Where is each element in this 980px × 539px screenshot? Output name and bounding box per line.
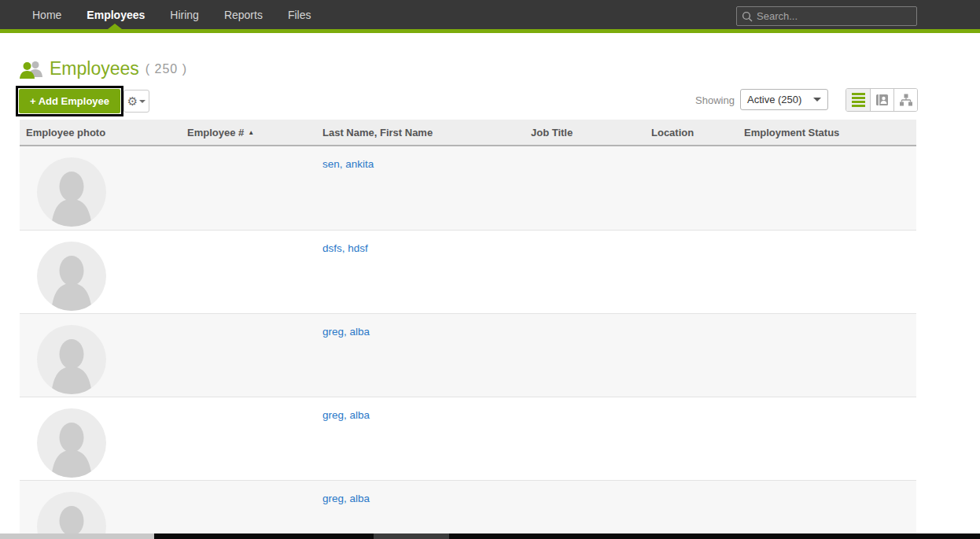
nav-item-hiring[interactable]: Hiring (157, 9, 212, 21)
employment-status-cell (738, 397, 916, 480)
page-title: Employees (50, 58, 139, 79)
job-title-cell (525, 397, 645, 480)
location-cell (645, 397, 738, 480)
employee-table-body: sen, ankita dsfs, hds (20, 146, 916, 539)
job-title-cell (525, 146, 645, 230)
filter-selected-value: Active (250) (747, 94, 813, 105)
sort-ascending-icon: ▲ (248, 129, 254, 136)
location-cell (645, 146, 738, 230)
table-row: greg, alba (20, 397, 916, 480)
column-header-employee-number[interactable]: Employee #▲ (181, 127, 316, 138)
employee-number-cell (181, 146, 316, 230)
location-cell (645, 314, 738, 397)
page-header: Employees ( 250 ) (20, 58, 187, 79)
job-title-cell (525, 314, 645, 397)
employee-number-cell (181, 481, 316, 539)
view-mode-toggle (846, 88, 918, 112)
employee-name-cell: dsfs, hdsf (316, 231, 525, 313)
employee-number-cell (181, 397, 316, 480)
employment-status-cell (738, 481, 916, 539)
table-row: greg, alba (20, 480, 916, 539)
column-header-job-title[interactable]: Job Title (525, 127, 645, 138)
employee-name-link[interactable]: dsfs, hdsf (322, 242, 368, 254)
nav-accent-bar (0, 29, 980, 33)
add-employee-highlight-outline: + Add Employee (16, 86, 123, 116)
search-icon (742, 11, 753, 22)
toolbar: + Add Employee ⚙ Showing Active (250) (0, 85, 980, 116)
employee-name-link[interactable]: greg, alba (322, 493, 370, 504)
settings-menu-button[interactable]: ⚙ (123, 90, 149, 113)
nav-item-home[interactable]: Home (20, 9, 74, 21)
search-box[interactable] (736, 6, 917, 26)
employee-photo-cell (20, 397, 181, 480)
horizontal-scrollbar-thumb[interactable] (374, 533, 449, 539)
employee-photo-cell (20, 146, 181, 230)
employee-photo-cell (20, 231, 181, 313)
nav-item-files[interactable]: Files (275, 9, 324, 21)
list-view-button[interactable] (846, 89, 870, 111)
employee-photo-cell (20, 481, 181, 539)
employment-status-cell (738, 231, 916, 313)
nav-item-reports[interactable]: Reports (212, 9, 275, 21)
employee-number-cell (181, 314, 316, 397)
column-header-name[interactable]: Last Name, First Name (316, 127, 525, 138)
job-title-cell (525, 231, 645, 313)
gear-icon: ⚙ (127, 95, 138, 107)
list-view-icon (852, 93, 865, 107)
location-cell (645, 231, 738, 313)
table-row: sen, ankita (20, 146, 916, 230)
person-silhouette-icon (37, 408, 106, 478)
org-chart-view-icon (899, 94, 913, 106)
employee-count: ( 250 ) (146, 62, 187, 76)
person-silhouette-icon (37, 242, 106, 311)
horizontal-scrollbar-track-light[interactable] (0, 533, 154, 539)
column-header-employment-status[interactable]: Employment Status (738, 127, 916, 138)
active-tab-caret-icon (108, 24, 122, 29)
employment-status-cell (738, 314, 916, 397)
employee-name-link[interactable]: greg, alba (322, 326, 370, 338)
employee-name-cell: greg, alba (316, 397, 525, 480)
horizontal-scrollbar-track[interactable] (154, 533, 980, 539)
avatar[interactable] (37, 408, 106, 478)
directory-view-button[interactable] (870, 89, 893, 111)
top-nav: Home Employees Hiring Reports Files (0, 0, 980, 33)
employee-photo-cell (20, 314, 181, 397)
table-row: dsfs, hdsf (20, 230, 916, 313)
people-icon (20, 60, 43, 79)
org-chart-view-button[interactable] (893, 89, 917, 111)
person-silhouette-icon (37, 157, 106, 227)
chevron-down-icon (139, 100, 146, 103)
column-header-location[interactable]: Location (645, 127, 738, 138)
employee-number-cell (181, 231, 316, 313)
directory-view-icon (875, 94, 889, 106)
chevron-down-icon (813, 98, 821, 102)
avatar[interactable] (37, 157, 106, 227)
person-silhouette-icon (37, 325, 106, 394)
avatar[interactable] (37, 242, 106, 311)
employee-name-link[interactable]: sen, ankita (322, 158, 374, 170)
person-silhouette-icon (37, 492, 106, 539)
column-header-employee-photo[interactable]: Employee photo (20, 127, 181, 138)
table-row: greg, alba (20, 313, 916, 397)
nav-item-employees[interactable]: Employees (74, 9, 157, 21)
employee-name-cell: greg, alba (316, 314, 525, 397)
employees-page: Home Employees Hiring Reports Files Empl… (0, 0, 980, 539)
add-employee-button[interactable]: + Add Employee (19, 89, 120, 113)
avatar[interactable] (37, 492, 106, 539)
showing-label: Showing (695, 94, 735, 106)
employee-name-cell: greg, alba (316, 481, 525, 539)
job-title-cell (525, 481, 645, 539)
location-cell (645, 481, 738, 539)
employment-status-cell (738, 146, 916, 230)
employee-filter-dropdown[interactable]: Active (250) (740, 89, 828, 110)
avatar[interactable] (37, 325, 106, 394)
table-header-row: Employee photo Employee #▲ Last Name, Fi… (20, 120, 916, 146)
employee-name-link[interactable]: greg, alba (322, 409, 370, 421)
employee-name-cell: sen, ankita (316, 146, 525, 230)
search-input[interactable] (757, 10, 912, 22)
